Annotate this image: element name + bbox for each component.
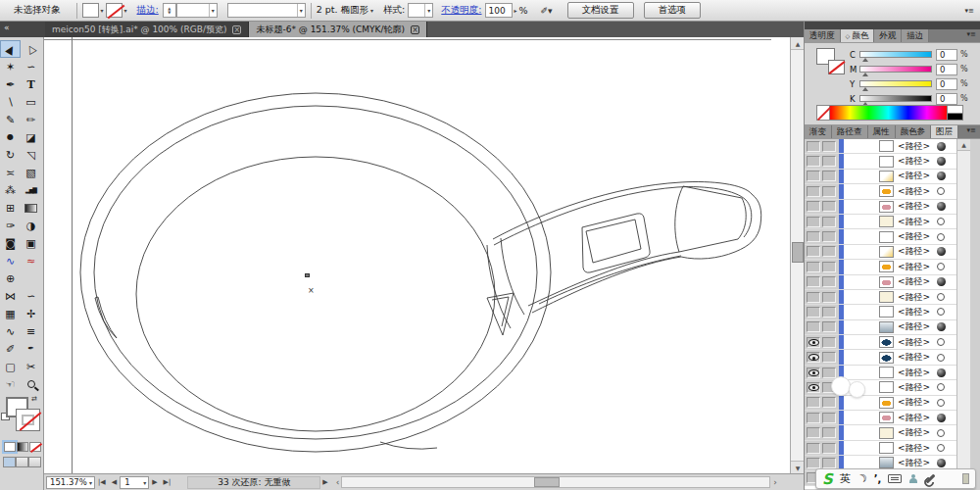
layer-name[interactable]: <路径>	[898, 306, 935, 318]
visibility-toggle[interactable]	[807, 352, 820, 363]
style-dropdown[interactable]: ▾	[408, 3, 433, 18]
scroll-left-arrow-icon[interactable]: ‹	[336, 477, 340, 487]
scroll-down-arrow-icon[interactable]: ▼	[791, 461, 804, 473]
target-icon[interactable]	[937, 157, 946, 166]
layer-thumbnail[interactable]	[879, 306, 894, 318]
lock-toggle[interactable]	[822, 156, 836, 167]
pen-tool[interactable]: ✒	[0, 75, 21, 93]
lock-toggle[interactable]	[822, 337, 836, 348]
document-tab[interactable]: meicon50 [转换].ai* @ 100% (RGB/预览)×	[45, 22, 249, 37]
layer-row[interactable]: <路径>	[805, 170, 980, 184]
panel-menu-icon[interactable]: ▾≡	[967, 29, 980, 42]
last-page-button[interactable]: ▶|	[161, 478, 174, 486]
wrinkle-tool[interactable]: ✢	[21, 305, 41, 322]
channel-value-input[interactable]: 0	[936, 93, 957, 105]
rectangle-tool[interactable]: ▭	[21, 93, 41, 111]
layer-name[interactable]: <路径>	[898, 351, 935, 364]
black-swatch[interactable]	[948, 114, 963, 122]
fill-dropdown-arrow-icon[interactable]: ▾	[99, 7, 106, 14]
layer-row[interactable]: <路径>	[805, 425, 980, 440]
curvature-tool[interactable]: ≈	[21, 252, 41, 270]
full-screen-menu-mode-button[interactable]	[16, 457, 28, 467]
layer-row[interactable]: <路径>	[805, 290, 980, 305]
target-icon[interactable]	[937, 322, 946, 331]
visibility-toggle[interactable]	[807, 171, 820, 181]
target-icon[interactable]	[937, 399, 945, 407]
target-icon[interactable]	[937, 187, 945, 195]
visibility-toggle[interactable]	[807, 337, 820, 348]
visibility-toggle[interactable]	[807, 443, 820, 454]
channel-slider[interactable]	[859, 80, 932, 87]
lock-toggle[interactable]	[822, 321, 836, 332]
hand-tool[interactable]: ☜	[0, 375, 21, 393]
width-tool[interactable]: ≍	[0, 164, 21, 181]
next-page-button[interactable]: ▶	[149, 478, 160, 486]
live-paint-selection-tool[interactable]: ▣	[21, 234, 41, 252]
lock-toggle[interactable]	[822, 141, 836, 152]
layer-name[interactable]: <路径>	[898, 442, 935, 455]
opacity-stepper-arrow-icon[interactable]: ▸	[513, 7, 519, 14]
panel-tab-颜色[interactable]: ◇颜色	[841, 29, 875, 42]
measure-tool[interactable]: ✐	[0, 340, 21, 358]
ime-language-mode[interactable]: 英	[840, 471, 851, 486]
ime-trash-icon[interactable]	[962, 473, 969, 484]
visibility-toggle[interactable]	[807, 201, 820, 212]
layer-row[interactable]: <路径>	[805, 396, 980, 411]
zoom-dropdown-arrow-icon[interactable]: ▾	[87, 479, 94, 486]
target-icon[interactable]	[937, 383, 945, 391]
layer-row[interactable]: <路径>	[805, 411, 980, 425]
layer-thumbnail[interactable]	[879, 171, 894, 182]
target-icon[interactable]	[937, 247, 946, 256]
visibility-toggle[interactable]	[807, 217, 820, 227]
layer-name[interactable]: <路径>	[898, 170, 935, 182]
layer-row[interactable]: <路径>	[805, 184, 980, 199]
artboard-tool[interactable]: ⊕	[0, 270, 21, 287]
crop-area-tool[interactable]: ▢	[0, 358, 21, 375]
layer-name[interactable]: <路径>	[898, 200, 935, 213]
layer-name[interactable]: <路径>	[898, 155, 935, 168]
layer-name[interactable]: <路径>	[898, 185, 935, 198]
blend-tool[interactable]: ◑	[21, 217, 41, 234]
layer-thumbnail[interactable]	[879, 261, 894, 272]
layer-row[interactable]: <路径>	[805, 260, 980, 274]
layer-name[interactable]: <路径>	[898, 412, 935, 424]
visibility-toggle[interactable]	[807, 307, 820, 318]
layer-row[interactable]: <路径>	[805, 200, 980, 215]
envelope-distort-tool[interactable]: ⋈	[0, 287, 21, 305]
layer-thumbnail[interactable]	[879, 246, 894, 258]
layer-row[interactable]: <路径>	[805, 245, 980, 260]
brush-definition-dropdown[interactable]: ▾	[227, 3, 306, 18]
panel-tab-路径查[interactable]: 路径查	[832, 125, 868, 138]
target-icon[interactable]	[937, 218, 945, 225]
horizontal-scrollbar[interactable]	[341, 476, 770, 488]
panel-menu-icon[interactable]: ▾≡	[967, 125, 980, 138]
layer-thumbnail[interactable]	[879, 427, 894, 439]
ink-pen-tool[interactable]: ✒	[21, 340, 41, 358]
layer-name[interactable]: <路径>	[898, 291, 935, 304]
mesh-tool[interactable]: ⊞	[0, 199, 21, 217]
layer-name[interactable]: <路径>	[898, 457, 935, 469]
panel-tab-外观[interactable]: 外观	[874, 29, 902, 42]
panel-tab-图层[interactable]: 图层	[931, 125, 958, 138]
visibility-toggle[interactable]	[807, 397, 820, 408]
column-graph-tool[interactable]: ▂▅▇	[21, 181, 41, 199]
visibility-toggle[interactable]	[807, 276, 820, 287]
lock-toggle[interactable]	[822, 413, 836, 423]
eraser-tool[interactable]: ◪	[21, 128, 41, 146]
target-icon[interactable]	[937, 354, 945, 362]
live-paint-bucket-tool[interactable]: ◙	[0, 234, 21, 252]
layer-row[interactable]: <路径>	[805, 139, 980, 154]
layers-scroll-up-arrow-icon[interactable]: ▲	[957, 139, 970, 151]
lock-toggle[interactable]	[822, 368, 836, 378]
isolate-selection-icon[interactable]: ✐▾	[536, 3, 558, 18]
ime-keyboard-icon[interactable]	[888, 474, 902, 483]
free-transform-tool[interactable]: ▧	[21, 164, 41, 181]
ime-punctuation-toggle[interactable]: ’,	[874, 473, 882, 484]
rotate-tool[interactable]: ↻	[0, 146, 21, 164]
document-tab[interactable]: 未标题-6* @ 151.37% (CMYK/轮廓)×	[249, 22, 427, 37]
layer-row[interactable]: <路径>	[805, 215, 980, 229]
canvas[interactable]: × ▲ ▼	[44, 37, 804, 473]
layer-row[interactable]: <路径>	[805, 335, 980, 350]
layer-row[interactable]: <路径>	[805, 441, 980, 456]
lock-toggle[interactable]	[822, 443, 836, 454]
